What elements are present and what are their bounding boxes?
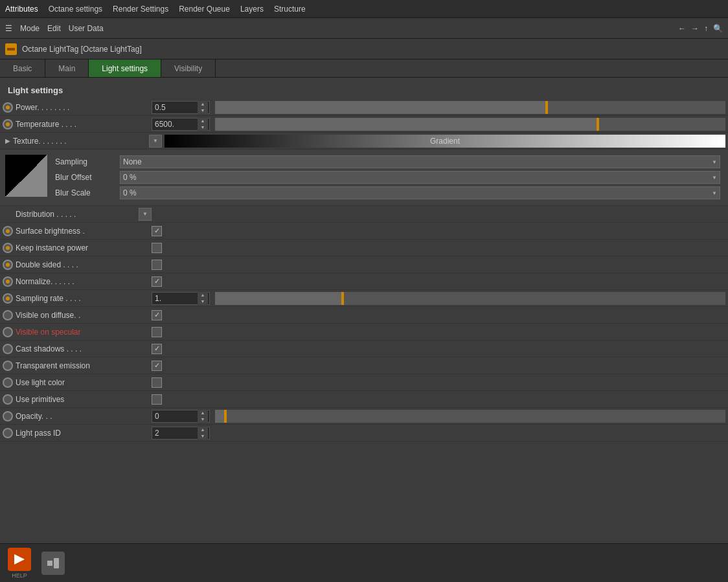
checkbox-use-light-color[interactable] xyxy=(152,377,162,388)
section-title: Light settings xyxy=(0,83,728,99)
light-pass-input[interactable] xyxy=(152,429,198,438)
tab-visibility[interactable]: Visibility xyxy=(161,60,216,77)
nav-attributes[interactable]: Attributes xyxy=(5,5,38,14)
opacity-slider[interactable] xyxy=(215,410,725,423)
help-button[interactable]: HELP xyxy=(8,548,31,579)
sampling-dropdown[interactable]: None ▼ xyxy=(120,155,720,168)
row-use-light-color: Use light color xyxy=(0,374,728,391)
control-normalize xyxy=(152,276,725,287)
radio-transparent-emission[interactable] xyxy=(3,361,13,371)
help-icon xyxy=(8,548,31,571)
sampling-rate-input-wrapper: ▲ ▼ xyxy=(152,292,210,305)
temperature-input[interactable] xyxy=(152,120,198,129)
temperature-down[interactable]: ▼ xyxy=(198,124,208,131)
checkbox-use-primitives[interactable] xyxy=(152,394,162,405)
tag-title: Octane LightTag [Octane LightTag] xyxy=(22,45,142,54)
temperature-slider[interactable] xyxy=(215,118,725,131)
up-icon[interactable]: ↑ xyxy=(704,24,708,33)
opacity-up[interactable]: ▲ xyxy=(198,410,208,416)
light-pass-up[interactable]: ▲ xyxy=(198,427,208,433)
back-icon[interactable]: ← xyxy=(678,24,686,33)
nav-render-queue[interactable]: Render Queue xyxy=(179,5,230,14)
sampling-rate-down[interactable]: ▼ xyxy=(198,298,208,305)
blur-scale-dropdown[interactable]: 0 % ▼ xyxy=(120,186,720,199)
temperature-up[interactable]: ▲ xyxy=(198,118,208,124)
toolbar-userdata[interactable]: User Data xyxy=(69,24,104,33)
power-input[interactable] xyxy=(152,103,198,112)
radio-surface-brightness[interactable] xyxy=(3,226,13,236)
radio-visible-on-diffuse[interactable] xyxy=(3,310,13,320)
checkbox-keep-instance-power[interactable] xyxy=(152,243,162,253)
row-sampling-rate: Sampling rate . . . . ▲ ▼ xyxy=(0,290,728,307)
sampling-rate-input[interactable] xyxy=(152,294,198,303)
gradient-display[interactable]: Gradient xyxy=(165,135,725,148)
label-use-primitives: Use primitives xyxy=(16,395,152,404)
radio-visible-on-specular[interactable] xyxy=(3,327,13,337)
plugin-icon[interactable] xyxy=(41,552,65,575)
row-temperature: Temperature . . . . ▲ ▼ xyxy=(0,116,728,133)
checkbox-double-sided[interactable] xyxy=(152,260,162,270)
tag-icon xyxy=(5,43,17,55)
label-visible-on-diffuse: Visible on diffuse. . xyxy=(16,311,152,320)
radio-opacity[interactable] xyxy=(3,411,13,421)
label-distribution: Distribution . . . . . xyxy=(3,210,139,219)
forward-icon[interactable]: → xyxy=(691,24,699,33)
toolbar-edit[interactable]: Edit xyxy=(47,24,61,33)
tabs-bar: Basic Main Light settings Visibility xyxy=(0,60,728,78)
control-use-primitives xyxy=(152,394,725,405)
checkbox-transparent-emission[interactable] xyxy=(152,361,162,371)
radio-use-light-color[interactable] xyxy=(3,377,13,388)
toolbar-mode[interactable]: Mode xyxy=(20,24,40,33)
blur-scale-value: 0 % xyxy=(123,188,137,197)
texture-dropdown-btn[interactable]: ▼ xyxy=(149,135,162,148)
light-pass-down[interactable]: ▼ xyxy=(198,433,208,440)
svg-rect-3 xyxy=(47,561,52,566)
radio-cast-shadows[interactable] xyxy=(3,344,13,354)
checkbox-visible-on-diffuse[interactable] xyxy=(152,310,162,320)
label-use-light-color: Use light color xyxy=(16,378,152,387)
blur-scale-label: Blur Scale xyxy=(55,188,120,197)
blur-offset-label: Blur Offset xyxy=(55,173,120,182)
opacity-input[interactable] xyxy=(152,412,198,421)
sampling-rate-up[interactable]: ▲ xyxy=(198,292,208,298)
radio-power[interactable] xyxy=(3,102,13,113)
row-normalize: Normalize. . . . . . xyxy=(0,273,728,290)
checkbox-visible-on-specular[interactable] xyxy=(152,327,162,337)
opacity-down[interactable]: ▼ xyxy=(198,416,208,423)
radio-keep-instance-power[interactable] xyxy=(3,243,13,253)
blur-offset-row: Blur Offset 0 % ▼ xyxy=(50,170,725,185)
checkbox-cast-shadows[interactable] xyxy=(152,344,162,354)
tab-main[interactable]: Main xyxy=(45,60,89,77)
opacity-input-wrapper: ▲ ▼ xyxy=(152,410,210,423)
label-double-sided: Double sided . . . . xyxy=(16,260,152,269)
checkbox-surface-brightness[interactable] xyxy=(152,226,162,236)
distribution-dropdown-btn[interactable]: ▼ xyxy=(139,208,152,221)
power-up[interactable]: ▲ xyxy=(198,101,208,107)
radio-light-pass-id[interactable] xyxy=(3,428,13,438)
nav-render-settings[interactable]: Render Settings xyxy=(113,5,168,14)
temperature-input-wrapper: ▲ ▼ xyxy=(152,118,210,131)
blur-offset-value: 0 % xyxy=(123,173,137,182)
power-input-wrapper: ▲ ▼ xyxy=(152,101,210,114)
power-down[interactable]: ▼ xyxy=(198,107,208,114)
help-text: HELP xyxy=(12,572,27,579)
radio-temperature[interactable] xyxy=(3,119,13,129)
radio-normalize[interactable] xyxy=(3,276,13,287)
sampling-value: None xyxy=(123,157,142,166)
tab-light-settings[interactable]: Light settings xyxy=(89,60,161,77)
search-icon[interactable]: 🔍 xyxy=(713,24,723,33)
nav-structure[interactable]: Structure xyxy=(274,5,306,14)
radio-use-primitives[interactable] xyxy=(3,394,13,405)
menu-icon[interactable]: ☰ xyxy=(5,24,12,33)
radio-sampling-rate[interactable] xyxy=(3,293,13,304)
texture-expand[interactable]: ▶ xyxy=(3,136,13,146)
nav-octane-settings[interactable]: Octane settings xyxy=(49,5,102,14)
blur-scale-control: 0 % ▼ xyxy=(120,186,720,199)
radio-double-sided[interactable] xyxy=(3,260,13,270)
nav-layers[interactable]: Layers xyxy=(240,5,264,14)
power-slider[interactable] xyxy=(215,101,725,114)
blur-offset-dropdown[interactable]: 0 % ▼ xyxy=(120,171,720,184)
tab-basic[interactable]: Basic xyxy=(0,60,45,77)
sampling-rate-slider[interactable] xyxy=(215,292,725,305)
checkbox-normalize[interactable] xyxy=(152,276,162,287)
